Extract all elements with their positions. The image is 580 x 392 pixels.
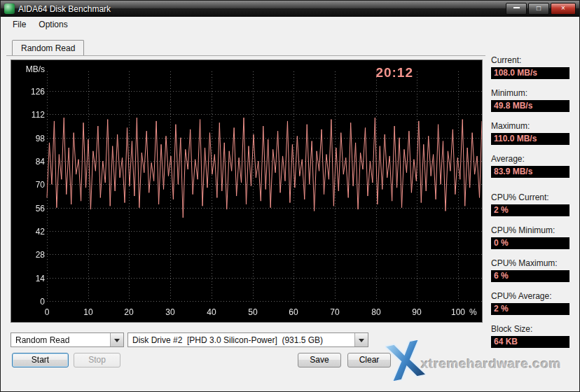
dropdown-button[interactable] <box>354 333 368 346</box>
close-icon: × <box>561 4 565 12</box>
menubar: File Options <box>1 17 579 31</box>
stat-label: Maximum: <box>491 121 569 131</box>
chevron-down-icon <box>114 339 120 345</box>
stat-cpu-current: CPU% Current: 2 % <box>491 192 569 216</box>
x-tick-label: 0 <box>37 307 57 317</box>
y-tick-label: 84 <box>14 157 45 167</box>
stat-maximum: Maximum: 110.0 MB/s <box>491 121 569 145</box>
stat-value: 110.0 MB/s <box>491 133 569 145</box>
stat-cpu-maximum: CPU% Maximum: 6 % <box>491 258 569 282</box>
maximize-icon: □ <box>537 4 541 12</box>
x-tick-label: 100 <box>448 307 468 317</box>
y-tick-label: 14 <box>14 274 45 284</box>
menu-file[interactable]: File <box>6 18 32 31</box>
maximize-button[interactable]: □ <box>528 3 549 15</box>
elapsed-time: 20:12 <box>375 65 413 80</box>
start-button[interactable]: Start <box>12 353 69 368</box>
y-tick-label: 98 <box>14 134 45 144</box>
stat-current: Current: 108.0 MB/s <box>491 55 569 79</box>
stat-value: 6 % <box>491 270 569 282</box>
aida64-app-icon <box>4 4 15 14</box>
stop-button[interactable]: Stop <box>74 353 120 368</box>
stat-value: 49.8 MB/s <box>491 100 569 112</box>
x-axis-unit-label: % <box>469 307 477 317</box>
stat-minimum: Minimum: 49.8 MB/s <box>491 88 569 112</box>
chevron-down-icon <box>359 339 364 345</box>
y-tick-label: 0 <box>14 297 45 307</box>
benchmark-type-select[interactable]: Random Read <box>11 332 124 347</box>
stat-label: Average: <box>491 154 569 164</box>
stat-label: Current: <box>491 55 569 65</box>
y-tick-label: 56 <box>14 204 45 214</box>
stat-label: Block Size: <box>491 324 569 334</box>
y-tick-label: 70 <box>14 180 45 190</box>
drive-value: Disk Drive #2 [PHD 3.0 Silicon-Power] (9… <box>128 335 323 345</box>
xtremehardware-logo <box>385 340 426 384</box>
stat-cpu-minimum: CPU% Minimum: 0 % <box>491 225 569 249</box>
stat-label: Minimum: <box>491 88 569 98</box>
minimize-icon <box>513 7 520 8</box>
titlebar: AIDA64 Disk Benchmark □ × <box>1 1 579 17</box>
y-axis-unit-label: MB/s <box>14 64 45 74</box>
minimize-button[interactable] <box>506 3 527 15</box>
stat-value: 64 KB <box>491 336 569 348</box>
stat-value: 2 % <box>491 303 569 315</box>
drive-select[interactable]: Disk Drive #2 [PHD 3.0 Silicon-Power] (9… <box>127 332 368 347</box>
stat-cpu-average: CPU% Average: 2 % <box>491 291 569 315</box>
stat-label: CPU% Current: <box>491 192 569 202</box>
x-tick-label: 70 <box>325 307 345 317</box>
x-tick-label: 50 <box>243 307 263 317</box>
benchmark-type-value: Random Read <box>11 335 69 345</box>
watermark-text: xtremehardware.com <box>421 356 561 372</box>
stat-average: Average: 83.9 MB/s <box>491 154 569 178</box>
tab-random-read[interactable]: Random Read <box>12 40 84 56</box>
stat-value: 2 % <box>491 204 569 216</box>
menu-options[interactable]: Options <box>32 18 74 31</box>
benchmark-chart <box>11 60 482 322</box>
x-tick-label: 90 <box>407 307 427 317</box>
y-tick-label: 28 <box>14 250 45 260</box>
x-tick-label: 30 <box>160 307 180 317</box>
y-tick-label: 112 <box>14 110 45 120</box>
app-window: AIDA64 Disk Benchmark □ × File Options R… <box>0 0 580 392</box>
x-tick-label: 60 <box>284 307 303 317</box>
stat-block-size: Block Size: 64 KB <box>491 324 569 348</box>
stat-label: CPU% Maximum: <box>491 258 569 268</box>
y-tick-label: 126 <box>14 87 45 97</box>
stat-label: CPU% Average: <box>491 291 569 301</box>
close-button[interactable]: × <box>551 3 576 15</box>
window-controls: □ × <box>506 3 576 15</box>
stats-panel: Current: 108.0 MB/s Minimum: 49.8 MB/s M… <box>491 55 569 357</box>
y-tick-label: 42 <box>14 227 45 237</box>
clear-button[interactable]: Clear <box>347 353 391 368</box>
x-tick-label: 80 <box>366 307 386 317</box>
stat-value: 0 % <box>491 237 569 249</box>
x-tick-label: 20 <box>119 307 139 317</box>
tab-divider <box>6 55 485 56</box>
save-button[interactable]: Save <box>298 353 341 368</box>
x-tick-label: 40 <box>202 307 221 317</box>
chart-frame: 20:12 MB/s126112988470564228140010203040… <box>11 59 483 323</box>
stat-label: CPU% Minimum: <box>491 225 569 235</box>
window-title: AIDA64 Disk Benchmark <box>18 4 111 14</box>
stat-value: 83.9 MB/s <box>491 166 569 178</box>
dropdown-button[interactable] <box>110 333 123 346</box>
x-tick-label: 10 <box>78 307 98 317</box>
stat-value: 108.0 MB/s <box>491 67 569 79</box>
